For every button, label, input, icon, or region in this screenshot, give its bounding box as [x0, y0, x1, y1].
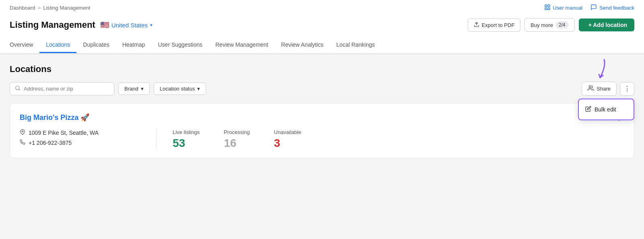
- filters-right: Share ⋮ Bulk edit: [582, 82, 634, 96]
- page-title: Listing Management: [10, 20, 95, 30]
- phone-row: +1 206-922-3875: [20, 139, 143, 146]
- tab-user-suggestions[interactable]: User Suggestions: [151, 37, 209, 53]
- location-pin-icon: [20, 129, 25, 136]
- unavailable-value: 3: [274, 137, 301, 150]
- filters-row: Brand ▾ Location status ▾ Share ⋮: [10, 82, 634, 96]
- share-button[interactable]: Share: [582, 82, 617, 96]
- svg-line-6: [19, 89, 20, 91]
- country-selector[interactable]: 🇺🇸 United States ▾: [100, 21, 153, 29]
- main-content: Locations Brand ▾ Location status ▾: [0, 54, 644, 235]
- tab-overview[interactable]: Overview: [10, 37, 39, 53]
- live-listings-stat: Live listings 53: [173, 129, 200, 150]
- export-to-pdf-button[interactable]: Export to PDF: [468, 19, 521, 32]
- feedback-icon: [590, 4, 597, 12]
- location-card: Big Mario's Pizza 🚀 ⋮: [10, 103, 634, 158]
- buy-more-button[interactable]: Buy more 2/4: [524, 18, 574, 32]
- bulk-edit-label: Bulk edit: [594, 106, 616, 113]
- svg-rect-2: [548, 8, 550, 10]
- country-flag: 🇺🇸: [100, 21, 109, 29]
- header-row: Listing Management 🇺🇸 United States ▾: [10, 14, 634, 37]
- stats-row: Live listings 53 Processing 16 Unavailab…: [157, 129, 301, 150]
- location-info: 1009 E Pike St, Seattle, WA +1 206-922-3…: [20, 129, 157, 149]
- tab-review-analytics[interactable]: Review Analytics: [275, 37, 330, 53]
- header-actions: Export to PDF Buy more 2/4 + Add locatio…: [468, 18, 634, 32]
- tab-duplicates[interactable]: Duplicates: [76, 37, 116, 53]
- vertical-dots-icon: ⋮: [624, 85, 630, 93]
- svg-rect-1: [548, 5, 550, 7]
- svg-point-7: [589, 86, 591, 88]
- breadcrumb-current: Listing Management: [43, 5, 90, 11]
- add-location-label: + Add location: [588, 22, 627, 28]
- share-people-icon: [588, 85, 594, 93]
- pencil-icon: [585, 106, 591, 113]
- phone-icon: [20, 139, 25, 146]
- live-listings-value: 53: [173, 137, 200, 150]
- breadcrumb-separator: >: [38, 5, 41, 11]
- address-row: 1009 E Pike St, Seattle, WA: [20, 129, 143, 136]
- book-icon: [544, 4, 551, 12]
- tab-review-management[interactable]: Review Management: [209, 37, 275, 53]
- locations-section-title: Locations: [10, 64, 634, 74]
- chevron-down-icon: ▾: [150, 23, 153, 28]
- breadcrumb: Dashboard > Listing Management: [10, 5, 90, 11]
- user-manual-label: User manual: [553, 5, 583, 11]
- processing-label: Processing: [224, 129, 250, 135]
- location-name[interactable]: Big Mario's Pizza 🚀: [20, 113, 89, 122]
- brand-chevron-icon: ▾: [141, 86, 144, 92]
- location-details: 1009 E Pike St, Seattle, WA +1 206-922-3…: [20, 129, 624, 150]
- unavailable-stat: Unavailable 3: [274, 129, 301, 150]
- brand-filter-label: Brand: [124, 86, 138, 92]
- location-phone: +1 206-922-3875: [29, 140, 72, 146]
- buy-more-label: Buy more: [530, 22, 553, 28]
- share-label: Share: [597, 86, 611, 92]
- country-name: United States: [111, 22, 148, 29]
- processing-stat: Processing 16: [224, 129, 250, 150]
- svg-point-11: [22, 131, 23, 132]
- breadcrumb-home[interactable]: Dashboard: [10, 5, 35, 11]
- tab-heatmap[interactable]: Heatmap: [116, 37, 152, 53]
- bulk-edit-item[interactable]: Bulk edit: [579, 102, 634, 117]
- add-location-button[interactable]: + Add location: [579, 19, 634, 31]
- processing-value: 16: [224, 137, 250, 150]
- location-status-chevron-icon: ▾: [197, 86, 200, 92]
- search-icon: [15, 85, 21, 92]
- top-actions: User manual Send feedback: [544, 4, 634, 12]
- search-input-wrap[interactable]: [10, 82, 114, 95]
- export-label: Export to PDF: [482, 22, 515, 28]
- location-status-filter-button[interactable]: Location status ▾: [154, 82, 206, 95]
- tab-local-rankings[interactable]: Local Rankings: [330, 37, 382, 53]
- location-address: 1009 E Pike St, Seattle, WA: [29, 130, 99, 136]
- location-card-header: Big Mario's Pizza 🚀 ⋮: [20, 111, 624, 124]
- unavailable-label: Unavailable: [274, 129, 301, 135]
- tab-locations[interactable]: Locations: [39, 37, 76, 53]
- header-left: Listing Management 🇺🇸 United States ▾: [10, 20, 153, 30]
- user-manual-link[interactable]: User manual: [544, 4, 583, 12]
- brand-filter-button[interactable]: Brand ▾: [118, 82, 150, 95]
- search-input[interactable]: [24, 86, 109, 92]
- location-status-label: Location status: [160, 86, 195, 92]
- top-nav: Dashboard > Listing Management User manu…: [10, 0, 634, 14]
- upload-icon: [474, 22, 479, 29]
- more-options-button[interactable]: ⋮: [620, 82, 634, 96]
- send-feedback-link[interactable]: Send feedback: [590, 4, 634, 12]
- svg-rect-3: [545, 8, 547, 10]
- svg-rect-0: [545, 5, 547, 7]
- bulk-edit-dropdown: Bulk edit: [578, 99, 634, 120]
- send-feedback-label: Send feedback: [599, 5, 634, 11]
- buy-more-badge: 2/4: [555, 21, 569, 29]
- live-listings-label: Live listings: [173, 129, 200, 135]
- nav-tabs: Overview Locations Duplicates Heatmap Us…: [10, 37, 634, 53]
